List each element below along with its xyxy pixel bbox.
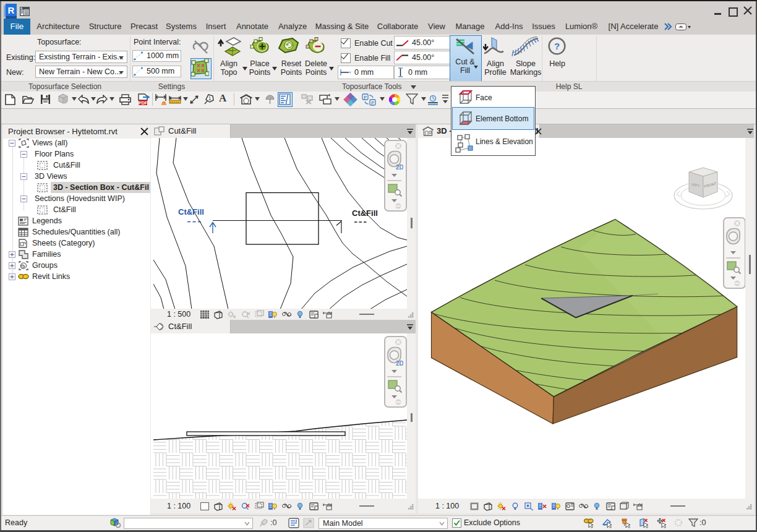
svg-text:2D: 2D (396, 360, 403, 367)
svg-text:?: ? (554, 41, 560, 51)
svg-text:Ct&Fill: Ct&Fill (178, 207, 204, 217)
svg-text:PDF: PDF (139, 101, 148, 105)
svg-text:P: P (371, 101, 374, 105)
svg-text:P: P (364, 95, 367, 100)
svg-text:Ct&Fill: Ct&Fill (352, 208, 378, 218)
svg-text:2D: 2D (396, 164, 403, 171)
svg-text:R: R (8, 5, 15, 15)
svg-text:1: 1 (208, 95, 212, 101)
